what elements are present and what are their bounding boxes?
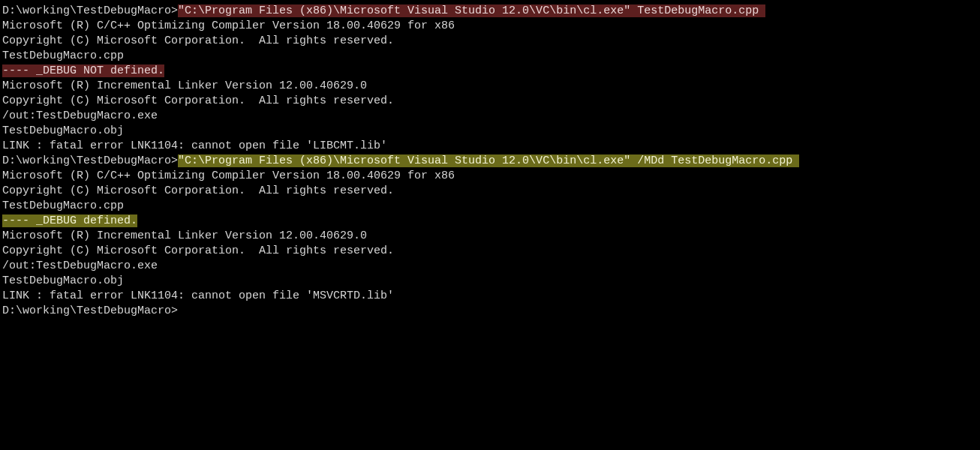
terminal-line: Copyright (C) Microsoft Corporation. All… [2,184,978,199]
terminal-line: /out:TestDebugMacro.exe [2,109,978,124]
terminal-line: Copyright (C) Microsoft Corporation. All… [2,94,978,109]
output-text: Copyright (C) Microsoft Corporation. All… [2,34,394,47]
prompt-text: D:\working\TestDebugMacro> [2,4,178,17]
output-text: TestDebugMacro.obj [2,124,124,137]
output-text: Copyright (C) Microsoft Corporation. All… [2,94,394,107]
terminal-line: Copyright (C) Microsoft Corporation. All… [2,34,978,49]
terminal-line: D:\working\TestDebugMacro>"C:\Program Fi… [2,4,978,19]
terminal-line: TestDebugMacro.cpp [2,49,978,64]
terminal-line: Microsoft (R) Incremental Linker Version… [2,79,978,94]
terminal-line: Copyright (C) Microsoft Corporation. All… [2,244,978,259]
terminal-line: TestDebugMacro.obj [2,274,978,289]
terminal-line: /out:TestDebugMacro.exe [2,259,978,274]
terminal-line: Microsoft (R) Incremental Linker Version… [2,229,978,244]
terminal-line: LINK : fatal error LNK1104: cannot open … [2,139,978,154]
terminal-line: LINK : fatal error LNK1104: cannot open … [2,289,978,304]
output-text: Copyright (C) Microsoft Corporation. All… [2,244,394,257]
output-text: LINK : fatal error LNK1104: cannot open … [2,140,387,152]
output-text: Microsoft (R) Incremental Linker Version… [2,80,367,92]
terminal-line: ---- _DEBUG defined. [2,214,978,229]
terminal-line: TestDebugMacro.cpp [2,199,978,214]
output-text: TestDebugMacro.obj [2,274,124,287]
output-text: /out:TestDebugMacro.exe [2,110,158,122]
terminal-line: Microsoft (R) C/C++ Optimizing Compiler … [2,19,978,34]
prompt-text: D:\working\TestDebugMacro> [2,154,178,167]
output-text: /out:TestDebugMacro.exe [2,260,158,272]
terminal-line: D:\working\TestDebugMacro> [2,304,978,319]
prompt-text: D:\working\TestDebugMacro> [2,304,178,317]
output-text: TestDebugMacro.cpp [2,200,124,212]
highlighted-text: ---- _DEBUG defined. [2,214,137,227]
terminal-line: D:\working\TestDebugMacro>"C:\Program Fi… [2,154,978,169]
terminal-line: Microsoft (R) C/C++ Optimizing Compiler … [2,169,978,184]
highlighted-text: "C:\Program Files (x86)\Microsoft Visual… [178,4,765,17]
highlighted-text: "C:\Program Files (x86)\Microsoft Visual… [178,154,799,167]
output-text: Copyright (C) Microsoft Corporation. All… [2,184,394,197]
terminal-output[interactable]: D:\working\TestDebugMacro>"C:\Program Fi… [2,4,978,319]
output-text: Microsoft (R) C/C++ Optimizing Compiler … [2,20,455,32]
output-text: Microsoft (R) C/C++ Optimizing Compiler … [2,170,455,182]
output-text: LINK : fatal error LNK1104: cannot open … [2,290,394,302]
highlighted-text: ---- _DEBUG NOT defined. [2,64,164,77]
output-text: Microsoft (R) Incremental Linker Version… [2,230,367,242]
terminal-line: ---- _DEBUG NOT defined. [2,64,978,79]
output-text: TestDebugMacro.cpp [2,50,124,62]
terminal-line: TestDebugMacro.obj [2,124,978,139]
